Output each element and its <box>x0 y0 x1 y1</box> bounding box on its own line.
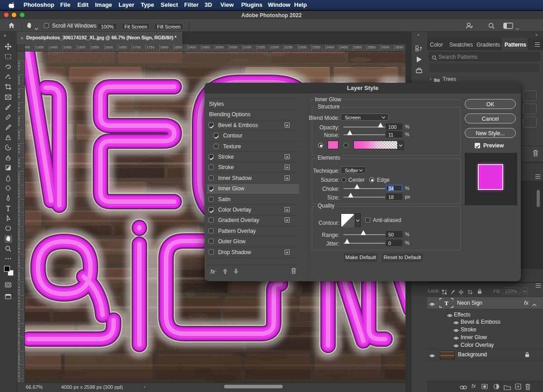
svg-text:T: T <box>444 300 448 307</box>
